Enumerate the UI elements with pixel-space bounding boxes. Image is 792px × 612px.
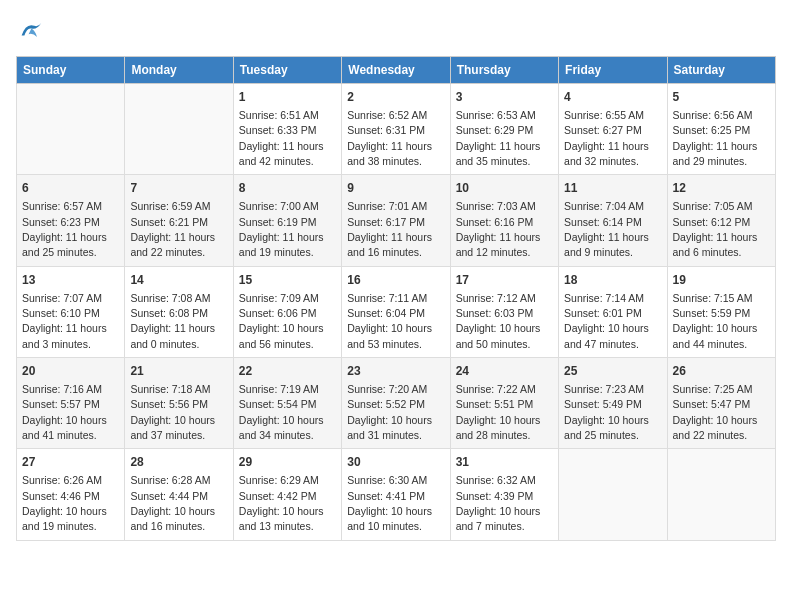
day-number: 7 — [130, 180, 227, 197]
calendar-week-1: 1Sunrise: 6:51 AM Sunset: 6:33 PM Daylig… — [17, 84, 776, 175]
day-detail: Sunrise: 7:25 AM Sunset: 5:47 PM Dayligh… — [673, 383, 758, 441]
day-detail: Sunrise: 6:32 AM Sunset: 4:39 PM Dayligh… — [456, 474, 541, 532]
calendar-cell: 21Sunrise: 7:18 AM Sunset: 5:56 PM Dayli… — [125, 358, 233, 449]
day-number: 24 — [456, 363, 553, 380]
calendar-cell: 20Sunrise: 7:16 AM Sunset: 5:57 PM Dayli… — [17, 358, 125, 449]
calendar-cell: 30Sunrise: 6:30 AM Sunset: 4:41 PM Dayli… — [342, 449, 450, 540]
day-detail: Sunrise: 6:59 AM Sunset: 6:21 PM Dayligh… — [130, 200, 215, 258]
calendar-cell: 1Sunrise: 6:51 AM Sunset: 6:33 PM Daylig… — [233, 84, 341, 175]
day-detail: Sunrise: 7:15 AM Sunset: 5:59 PM Dayligh… — [673, 292, 758, 350]
day-number: 6 — [22, 180, 119, 197]
page-header — [16, 16, 776, 44]
calendar-cell: 17Sunrise: 7:12 AM Sunset: 6:03 PM Dayli… — [450, 266, 558, 357]
weekday-header-monday: Monday — [125, 57, 233, 84]
day-number: 28 — [130, 454, 227, 471]
calendar-week-2: 6Sunrise: 6:57 AM Sunset: 6:23 PM Daylig… — [17, 175, 776, 266]
day-detail: Sunrise: 7:16 AM Sunset: 5:57 PM Dayligh… — [22, 383, 107, 441]
day-number: 8 — [239, 180, 336, 197]
weekday-header-friday: Friday — [559, 57, 667, 84]
day-detail: Sunrise: 6:30 AM Sunset: 4:41 PM Dayligh… — [347, 474, 432, 532]
day-number: 12 — [673, 180, 770, 197]
calendar-week-5: 27Sunrise: 6:26 AM Sunset: 4:46 PM Dayli… — [17, 449, 776, 540]
day-detail: Sunrise: 6:56 AM Sunset: 6:25 PM Dayligh… — [673, 109, 758, 167]
day-number: 4 — [564, 89, 661, 106]
day-number: 5 — [673, 89, 770, 106]
day-number: 18 — [564, 272, 661, 289]
calendar-week-4: 20Sunrise: 7:16 AM Sunset: 5:57 PM Dayli… — [17, 358, 776, 449]
day-detail: Sunrise: 6:57 AM Sunset: 6:23 PM Dayligh… — [22, 200, 107, 258]
day-detail: Sunrise: 6:28 AM Sunset: 4:44 PM Dayligh… — [130, 474, 215, 532]
calendar-cell: 4Sunrise: 6:55 AM Sunset: 6:27 PM Daylig… — [559, 84, 667, 175]
calendar-cell: 7Sunrise: 6:59 AM Sunset: 6:21 PM Daylig… — [125, 175, 233, 266]
calendar-cell: 11Sunrise: 7:04 AM Sunset: 6:14 PM Dayli… — [559, 175, 667, 266]
day-number: 3 — [456, 89, 553, 106]
calendar-cell: 27Sunrise: 6:26 AM Sunset: 4:46 PM Dayli… — [17, 449, 125, 540]
weekday-header-wednesday: Wednesday — [342, 57, 450, 84]
calendar-cell: 13Sunrise: 7:07 AM Sunset: 6:10 PM Dayli… — [17, 266, 125, 357]
day-number: 29 — [239, 454, 336, 471]
calendar-cell: 8Sunrise: 7:00 AM Sunset: 6:19 PM Daylig… — [233, 175, 341, 266]
calendar-cell: 5Sunrise: 6:56 AM Sunset: 6:25 PM Daylig… — [667, 84, 775, 175]
calendar-cell — [667, 449, 775, 540]
day-detail: Sunrise: 7:04 AM Sunset: 6:14 PM Dayligh… — [564, 200, 649, 258]
day-detail: Sunrise: 7:11 AM Sunset: 6:04 PM Dayligh… — [347, 292, 432, 350]
day-detail: Sunrise: 7:14 AM Sunset: 6:01 PM Dayligh… — [564, 292, 649, 350]
calendar-week-3: 13Sunrise: 7:07 AM Sunset: 6:10 PM Dayli… — [17, 266, 776, 357]
day-detail: Sunrise: 7:20 AM Sunset: 5:52 PM Dayligh… — [347, 383, 432, 441]
day-number: 22 — [239, 363, 336, 380]
calendar-cell: 18Sunrise: 7:14 AM Sunset: 6:01 PM Dayli… — [559, 266, 667, 357]
calendar-cell: 2Sunrise: 6:52 AM Sunset: 6:31 PM Daylig… — [342, 84, 450, 175]
calendar-cell: 28Sunrise: 6:28 AM Sunset: 4:44 PM Dayli… — [125, 449, 233, 540]
day-detail: Sunrise: 7:00 AM Sunset: 6:19 PM Dayligh… — [239, 200, 324, 258]
day-number: 2 — [347, 89, 444, 106]
day-number: 10 — [456, 180, 553, 197]
calendar-cell: 6Sunrise: 6:57 AM Sunset: 6:23 PM Daylig… — [17, 175, 125, 266]
day-number: 21 — [130, 363, 227, 380]
day-number: 15 — [239, 272, 336, 289]
day-detail: Sunrise: 6:53 AM Sunset: 6:29 PM Dayligh… — [456, 109, 541, 167]
weekday-header-sunday: Sunday — [17, 57, 125, 84]
day-number: 11 — [564, 180, 661, 197]
calendar-cell: 3Sunrise: 6:53 AM Sunset: 6:29 PM Daylig… — [450, 84, 558, 175]
calendar-cell: 16Sunrise: 7:11 AM Sunset: 6:04 PM Dayli… — [342, 266, 450, 357]
day-number: 23 — [347, 363, 444, 380]
day-detail: Sunrise: 6:26 AM Sunset: 4:46 PM Dayligh… — [22, 474, 107, 532]
day-number: 26 — [673, 363, 770, 380]
day-detail: Sunrise: 7:01 AM Sunset: 6:17 PM Dayligh… — [347, 200, 432, 258]
day-number: 13 — [22, 272, 119, 289]
day-detail: Sunrise: 7:03 AM Sunset: 6:16 PM Dayligh… — [456, 200, 541, 258]
day-number: 17 — [456, 272, 553, 289]
day-detail: Sunrise: 7:22 AM Sunset: 5:51 PM Dayligh… — [456, 383, 541, 441]
day-number: 16 — [347, 272, 444, 289]
calendar-cell: 25Sunrise: 7:23 AM Sunset: 5:49 PM Dayli… — [559, 358, 667, 449]
calendar-cell: 31Sunrise: 6:32 AM Sunset: 4:39 PM Dayli… — [450, 449, 558, 540]
logo-icon — [16, 16, 44, 44]
calendar-cell: 22Sunrise: 7:19 AM Sunset: 5:54 PM Dayli… — [233, 358, 341, 449]
weekday-header-saturday: Saturday — [667, 57, 775, 84]
day-number: 1 — [239, 89, 336, 106]
day-detail: Sunrise: 6:52 AM Sunset: 6:31 PM Dayligh… — [347, 109, 432, 167]
calendar-cell: 23Sunrise: 7:20 AM Sunset: 5:52 PM Dayli… — [342, 358, 450, 449]
calendar-cell: 29Sunrise: 6:29 AM Sunset: 4:42 PM Dayli… — [233, 449, 341, 540]
calendar-cell: 26Sunrise: 7:25 AM Sunset: 5:47 PM Dayli… — [667, 358, 775, 449]
day-detail: Sunrise: 6:51 AM Sunset: 6:33 PM Dayligh… — [239, 109, 324, 167]
calendar-table: SundayMondayTuesdayWednesdayThursdayFrid… — [16, 56, 776, 541]
day-detail: Sunrise: 7:08 AM Sunset: 6:08 PM Dayligh… — [130, 292, 215, 350]
day-number: 19 — [673, 272, 770, 289]
day-detail: Sunrise: 6:55 AM Sunset: 6:27 PM Dayligh… — [564, 109, 649, 167]
day-number: 14 — [130, 272, 227, 289]
calendar-cell: 15Sunrise: 7:09 AM Sunset: 6:06 PM Dayli… — [233, 266, 341, 357]
day-number: 27 — [22, 454, 119, 471]
calendar-cell: 12Sunrise: 7:05 AM Sunset: 6:12 PM Dayli… — [667, 175, 775, 266]
weekday-header-row: SundayMondayTuesdayWednesdayThursdayFrid… — [17, 57, 776, 84]
calendar-cell: 19Sunrise: 7:15 AM Sunset: 5:59 PM Dayli… — [667, 266, 775, 357]
calendar-cell: 14Sunrise: 7:08 AM Sunset: 6:08 PM Dayli… — [125, 266, 233, 357]
day-detail: Sunrise: 7:23 AM Sunset: 5:49 PM Dayligh… — [564, 383, 649, 441]
logo — [16, 16, 48, 44]
day-detail: Sunrise: 7:05 AM Sunset: 6:12 PM Dayligh… — [673, 200, 758, 258]
weekday-header-tuesday: Tuesday — [233, 57, 341, 84]
day-number: 31 — [456, 454, 553, 471]
day-number: 20 — [22, 363, 119, 380]
calendar-cell — [17, 84, 125, 175]
day-detail: Sunrise: 7:18 AM Sunset: 5:56 PM Dayligh… — [130, 383, 215, 441]
